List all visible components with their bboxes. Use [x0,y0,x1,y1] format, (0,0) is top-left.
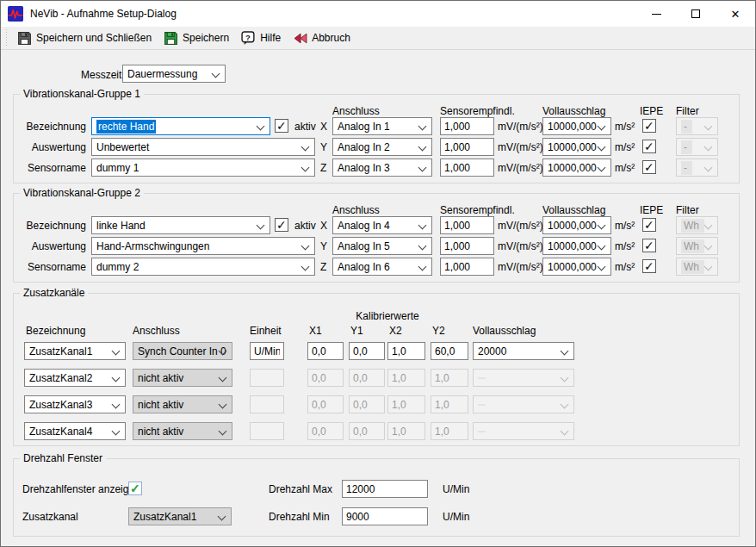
anschluss-select[interactable]: Analog In 4 [332,216,432,234]
vollausschlag-select[interactable]: 10000,000 [542,138,611,156]
col-x1: X1 [309,325,322,337]
sensorempfindlichkeit-input[interactable] [440,258,494,276]
zusatz-bezeichnung-select[interactable]: ZusatzKanal4 [24,422,126,440]
zusatz-anschluss-select[interactable]: Synch Counter In 0 [133,342,232,360]
drehzahl-min-input[interactable] [342,507,428,525]
group-zusatzkanaele: Zusatzkanäle Kalibrierwerte Bezeichnung … [13,293,740,446]
iepe-checkbox[interactable] [642,160,656,174]
messzeit-select[interactable]: Dauermessung [122,65,226,83]
chevron-down-icon [598,242,606,251]
zusatz-vollausschlag-select [473,395,574,413]
vollausschlag-select[interactable]: 10000,000 [542,216,611,234]
y1-input[interactable] [349,342,385,360]
drehzahlfenster-anzeigen-checkbox[interactable] [128,482,142,495]
filter-select: Wh [676,237,718,255]
einheit-input[interactable] [250,342,284,360]
chevron-down-icon [219,374,227,382]
save-and-close-button[interactable]: Speichern und Schließen [13,28,156,48]
svg-text:?: ? [245,32,251,41]
x1-input[interactable] [307,342,344,360]
bezeichnung-label: Bezeichnung [14,121,86,133]
bezeichnung-select[interactable]: rechte Hand [91,117,270,135]
filter-select: Wh [676,258,718,276]
maximize-icon [691,9,700,18]
axis-label: Y [320,240,327,252]
drehzahl-legend: Drehzahl Fenster [20,452,106,464]
vollausschlag-select[interactable]: 10000,000 [542,117,611,135]
group-drehzahl-fenster: Drehzahl Fenster Drehzahlfenster anzeige… [13,458,740,537]
help-button[interactable]: ? Hilfe [237,28,285,48]
iepe-checkbox[interactable] [642,259,656,273]
col-iepe: IEPE [640,105,663,117]
iepe-checkbox[interactable] [642,218,656,232]
aktiv-label: aktiv [294,220,316,232]
x1-input [307,422,344,440]
anschluss-select[interactable]: Analog In 1 [332,117,432,135]
chevron-down-icon [301,242,310,251]
messzeit-label: Messzeit [81,69,121,81]
chevron-down-icon [598,263,606,271]
zusatz-anschluss-select[interactable]: nicht aktiv [133,422,232,440]
y2-input [431,395,468,413]
minimize-icon [652,14,661,15]
sensorname-select[interactable]: dummy 2 [91,258,315,276]
y2-input[interactable] [431,342,468,360]
anschluss-select[interactable]: Analog In 2 [332,138,432,156]
filter-select: - [676,138,718,156]
sensorempfindlichkeit-input[interactable] [440,117,494,135]
auswertung-select[interactable]: Unbewertet [91,138,315,156]
iepe-checkbox[interactable] [642,140,656,153]
sensorempfindlichkeit-input[interactable] [440,216,494,234]
auswertung-select[interactable]: Hand-Armschwingungen [91,237,315,255]
zusatz-anschluss-select[interactable]: nicht aktiv [133,395,232,413]
anschluss-select[interactable]: Analog In 5 [332,237,432,255]
vollausschlag-select[interactable]: 10000,000 [542,159,611,177]
minimize-button[interactable] [636,1,676,27]
sensorempfindlichkeit-input[interactable] [440,138,494,156]
col-kalibrierwerte: Kalibrierwerte [307,310,468,322]
einheit-input [250,422,284,440]
close-button[interactable]: ✕ [716,1,755,27]
group2-legend: Vibrationskanal-Gruppe 2 [20,187,144,199]
chevron-down-icon [704,221,713,230]
auswertung-label: Auswertung [14,240,86,252]
drehzahl-zusatzkanal-select[interactable]: ZusatzKanal1 [128,507,232,525]
filter-select: Wh [676,216,718,234]
zusatzkanal-label: Zusatzkanal [22,511,78,523]
voll-unit: m/s² [615,141,635,153]
zusatz-anschluss-select[interactable]: nicht aktiv [133,369,232,387]
chevron-down-icon [418,164,427,172]
anschluss-select[interactable]: Analog In 3 [332,159,432,177]
save-button[interactable]: Speichern [159,28,233,48]
aktiv-checkbox[interactable] [275,119,288,133]
vollausschlag-select[interactable]: 10000,000 [542,258,611,276]
chevron-down-icon [704,263,713,271]
iepe-checkbox[interactable] [642,239,656,252]
abort-label: Abbruch [312,32,350,44]
vollausschlag-select[interactable]: 10000,000 [542,237,611,255]
drehzahl-max-input[interactable] [342,480,428,498]
abort-icon [293,31,307,46]
sensorname-select[interactable]: dummy 1 [91,159,315,177]
bezeichnung-select[interactable]: linke Hand [91,216,270,234]
zusatz-bezeichnung-select[interactable]: ZusatzKanal2 [24,369,126,387]
sensorempfindlichkeit-input[interactable] [440,237,494,255]
zusatz-bezeichnung-select[interactable]: ZusatzKanal3 [24,395,126,413]
bezeichnung-label: Bezeichnung [14,220,86,232]
maximize-button[interactable] [676,1,716,27]
save-label: Speichern [183,32,229,44]
aktiv-checkbox[interactable] [275,218,288,232]
voll-unit: m/s² [615,162,635,174]
toolbar-grip[interactable] [6,29,9,47]
anschluss-select[interactable]: Analog In 6 [332,258,432,276]
chevron-down-icon [598,122,606,131]
zusatz-bezeichnung-select[interactable]: ZusatzKanal1 [24,342,126,360]
voll-unit: m/s² [615,240,635,252]
x2-input[interactable] [387,342,425,360]
col-bezeichnung: Bezeichnung [26,325,85,337]
sensorempfindlichkeit-input[interactable] [440,159,494,177]
abort-button[interactable]: Abbruch [288,28,355,48]
einheit-input [250,369,284,387]
zusatz-vollausschlag-select[interactable]: 20000 [473,342,574,360]
iepe-checkbox[interactable] [642,119,656,133]
